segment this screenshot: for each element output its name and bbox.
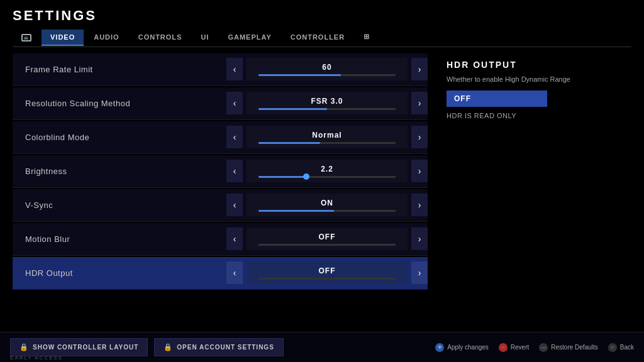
- resolution-scaling-value: FSR 3.0: [311, 97, 343, 106]
- page-title: SETTINGS: [13, 8, 631, 24]
- lock-icon-1: 🔒: [19, 343, 29, 351]
- setting-row-brightness: Brightness ‹ 2.2 ›: [13, 155, 428, 188]
- tv-icon: 📺: [21, 34, 31, 41]
- setting-label-vsync: V-Sync: [13, 200, 226, 210]
- brightness-thumb: [303, 173, 309, 180]
- open-account-settings-button[interactable]: 🔒 OPEN ACCOUNT SETTINGS: [154, 338, 284, 356]
- revert-label: Revert: [511, 344, 529, 351]
- extra-tab-icon: ⊞: [364, 33, 370, 40]
- apply-changes-action[interactable]: ✚ Apply changes: [435, 343, 489, 352]
- hdr-output-prev-btn[interactable]: ‹: [226, 261, 243, 284]
- vsync-fill: [258, 210, 334, 212]
- tab-controls[interactable]: CONTROLS: [130, 30, 191, 46]
- setting-row-frame-rate-limit: Frame Rate Limit ‹ 60 ›: [13, 53, 428, 86]
- motion-blur-prev-btn[interactable]: ‹: [226, 228, 243, 250]
- colorblind-mode-next-btn[interactable]: ›: [411, 126, 428, 148]
- settings-header: SETTINGS 📺 VIDEO AUDIO CONTROLS UI GAMEP…: [0, 0, 644, 47]
- brightness-next-btn[interactable]: ›: [411, 160, 428, 182]
- setting-control-brightness: ‹ 2.2 ›: [226, 160, 428, 182]
- main-content: Frame Rate Limit ‹ 60 › Resolution Scali…: [0, 47, 644, 297]
- colorblind-mode-value: Normal: [312, 131, 341, 140]
- tab-audio[interactable]: AUDIO: [85, 30, 128, 46]
- frame-rate-limit-fill: [258, 74, 341, 76]
- restore-defaults-label: Restore Defaults: [551, 344, 597, 351]
- show-controller-label: SHOW CONTROLLER LAYOUT: [33, 344, 138, 351]
- tab-tv[interactable]: 📺: [13, 29, 40, 47]
- hdr-output-value-container: OFF: [247, 261, 408, 284]
- setting-row-motion-blur: Motion Blur ‹ OFF ›: [13, 223, 428, 256]
- motion-blur-track: [258, 244, 396, 246]
- brightness-value-container: 2.2: [247, 160, 408, 182]
- tab-video[interactable]: VIDEO: [42, 30, 84, 46]
- vsync-prev-btn[interactable]: ‹: [226, 194, 243, 216]
- setting-control-hdr-output: ‹ OFF ›: [226, 261, 428, 284]
- restore-defaults-action[interactable]: — Restore Defaults: [539, 343, 597, 352]
- tab-bar: 📺 VIDEO AUDIO CONTROLS UI GAMEPLAY CONTR…: [13, 29, 631, 47]
- frame-rate-limit-next-btn[interactable]: ›: [411, 58, 428, 80]
- motion-blur-value-container: OFF: [247, 228, 408, 250]
- show-controller-layout-button[interactable]: 🔒 SHOW CONTROLLER LAYOUT: [10, 338, 148, 356]
- resolution-scaling-track: [258, 108, 396, 110]
- tab-controller[interactable]: CONTROLLER: [282, 30, 353, 46]
- back-circle-icon: ○: [608, 343, 617, 352]
- tab-gameplay[interactable]: GAMEPLAY: [219, 30, 280, 46]
- lock-icon-2: 🔒: [164, 343, 173, 351]
- setting-row-colorblind-mode: Colorblind Mode ‹ Normal ›: [13, 121, 428, 154]
- bottom-right-actions: ✚ Apply changes ○ Revert — Restore Defau…: [435, 343, 634, 352]
- setting-label-colorblind-mode: Colorblind Mode: [13, 133, 226, 142]
- frame-rate-limit-track: [258, 74, 396, 76]
- motion-blur-value: OFF: [319, 233, 336, 241]
- panel-title: HDR OUTPUT: [447, 60, 610, 70]
- vsync-value-container: ON: [247, 194, 408, 216]
- frame-rate-limit-value: 60: [322, 63, 331, 72]
- colorblind-mode-fill: [258, 142, 320, 144]
- setting-control-colorblind-mode: ‹ Normal ›: [226, 126, 428, 148]
- open-account-label: OPEN ACCOUNT SETTINGS: [177, 344, 274, 351]
- panel-note: HDR IS READ ONLY: [447, 112, 610, 119]
- brightness-value: 2.2: [321, 165, 333, 173]
- motion-blur-next-btn[interactable]: ›: [411, 228, 428, 250]
- colorblind-mode-value-container: Normal: [247, 126, 408, 148]
- hdr-output-track: [258, 278, 396, 280]
- setting-control-vsync: ‹ ON ›: [226, 194, 428, 216]
- frame-rate-limit-value-container: 60: [247, 58, 408, 80]
- brightness-fill: [258, 176, 306, 178]
- back-label: Back: [620, 344, 634, 351]
- setting-label-hdr-output: HDR Output: [13, 268, 226, 278]
- revert-action[interactable]: ○ Revert: [499, 343, 529, 352]
- bottom-bar: 🔒 SHOW CONTROLLER LAYOUT 🔒 OPEN ACCOUNT …: [0, 332, 644, 362]
- panel-description: Whether to enable High Dynamic Range: [447, 75, 610, 84]
- colorblind-mode-prev-btn[interactable]: ‹: [226, 126, 243, 148]
- setting-control-frame-rate-limit: ‹ 60 ›: [226, 58, 428, 80]
- panel-current-value: OFF: [447, 90, 547, 107]
- tab-extra-icon[interactable]: ⊞: [355, 29, 379, 46]
- resolution-scaling-next-btn[interactable]: ›: [411, 92, 428, 114]
- resolution-scaling-fill: [258, 108, 327, 110]
- setting-label-motion-blur: Motion Blur: [13, 234, 226, 244]
- setting-row-vsync: V-Sync ‹ ON ›: [13, 189, 428, 222]
- settings-list: Frame Rate Limit ‹ 60 › Resolution Scali…: [13, 53, 428, 291]
- right-panel: HDR OUTPUT Whether to enable High Dynami…: [440, 53, 616, 291]
- vsync-track: [258, 210, 396, 212]
- brightness-prev-btn[interactable]: ‹: [226, 160, 243, 182]
- setting-label-frame-rate-limit: Frame Rate Limit: [13, 65, 226, 74]
- resolution-scaling-prev-btn[interactable]: ‹: [226, 92, 243, 114]
- setting-row-resolution-scaling: Resolution Scaling Method ‹ FSR 3.0 ›: [13, 87, 428, 120]
- setting-row-hdr-output: HDR Output ‹ OFF ›: [13, 257, 428, 290]
- early-access-label: EARLY ACCESS: [10, 355, 63, 361]
- frame-rate-limit-prev-btn[interactable]: ‹: [226, 58, 243, 80]
- revert-circle-icon: ○: [499, 343, 508, 352]
- hdr-output-value: OFF: [319, 266, 336, 275]
- back-action[interactable]: ○ Back: [608, 343, 634, 352]
- hdr-output-next-btn[interactable]: ›: [411, 261, 428, 284]
- setting-control-motion-blur: ‹ OFF ›: [226, 228, 428, 250]
- vsync-value: ON: [321, 199, 333, 207]
- apply-changes-label: Apply changes: [447, 344, 489, 351]
- vsync-next-btn[interactable]: ›: [411, 194, 428, 216]
- resolution-scaling-value-container: FSR 3.0: [247, 92, 408, 114]
- restore-circle-icon: —: [539, 343, 548, 352]
- colorblind-mode-track: [258, 142, 396, 144]
- setting-label-resolution-scaling: Resolution Scaling Method: [13, 99, 226, 108]
- setting-control-resolution-scaling: ‹ FSR 3.0 ›: [226, 92, 428, 114]
- tab-ui[interactable]: UI: [192, 30, 218, 46]
